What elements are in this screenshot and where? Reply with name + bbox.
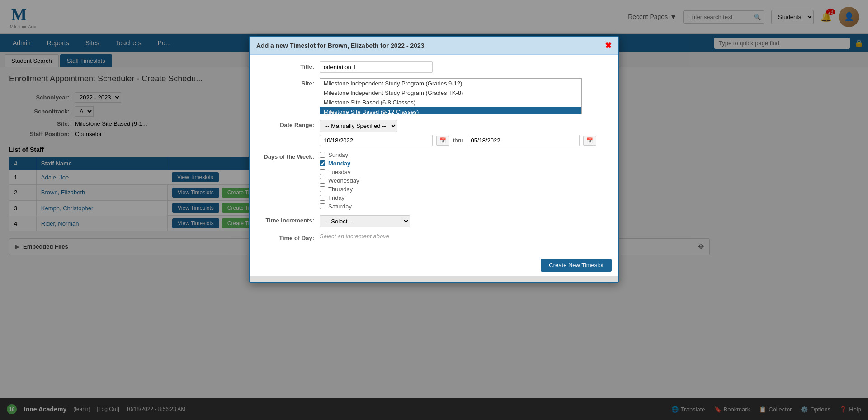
day-sunday[interactable]: Sunday xyxy=(320,151,612,158)
modal-time-increments-row: Time Increments: -- Select -- xyxy=(256,215,612,227)
modal-footer: Create New Timeslot xyxy=(250,254,618,276)
time-increments-label: Time Increments: xyxy=(256,215,320,224)
date-range-control: -- Manually Specified -- 📅 thru 📅 xyxy=(320,120,612,146)
time-increments-control: -- Select -- xyxy=(320,215,612,227)
sunday-checkbox[interactable] xyxy=(320,152,326,158)
site-option-selected[interactable]: Milestone Site Based (9-12 Classes) xyxy=(320,107,581,114)
modal-overlay: Add a new Timeslot for Brown, Elizabeth … xyxy=(0,0,868,420)
modal-time-of-day-row: Time of Day: Select an increment above xyxy=(256,233,612,241)
days-checklist: Sunday Monday Tuesday Wednesday Thursday… xyxy=(320,151,612,210)
site-field-control: Milestone Independent Study Program (Gra… xyxy=(320,78,612,114)
saturday-checkbox[interactable] xyxy=(320,203,326,209)
date-start-input[interactable] xyxy=(320,135,433,146)
time-increments-select[interactable]: -- Select -- xyxy=(320,215,410,227)
modal-site-row: Site: Milestone Independent Study Progra… xyxy=(256,78,612,114)
date-range-select[interactable]: -- Manually Specified -- xyxy=(320,120,397,132)
tuesday-checkbox[interactable] xyxy=(320,169,326,175)
modal-scrollbar[interactable] xyxy=(250,276,618,282)
site-field-label: Site: xyxy=(256,78,320,87)
day-wednesday[interactable]: Wednesday xyxy=(320,177,612,184)
modal-body: Title: Site: Milestone Independent Study… xyxy=(250,55,618,254)
site-option[interactable]: Milestone Independent Study Program (Gra… xyxy=(320,88,581,98)
date-end-input[interactable] xyxy=(467,135,580,146)
modal-date-range-row: Date Range: -- Manually Specified -- 📅 t… xyxy=(256,120,612,146)
date-end-calendar-button[interactable]: 📅 xyxy=(583,136,596,146)
friday-checkbox[interactable] xyxy=(320,195,326,201)
modal-header: Add a new Timeslot for Brown, Elizabeth … xyxy=(250,37,618,55)
site-option[interactable]: Milestone Independent Study Program (Gra… xyxy=(320,79,581,88)
days-field-control: Sunday Monday Tuesday Wednesday Thursday… xyxy=(320,151,612,210)
day-thursday[interactable]: Thursday xyxy=(320,186,612,193)
wednesday-checkbox[interactable] xyxy=(320,178,326,184)
date-start-calendar-button[interactable]: 📅 xyxy=(436,136,449,146)
site-list[interactable]: Milestone Independent Study Program (Gra… xyxy=(320,78,582,114)
modal-title-row: Title: xyxy=(256,61,612,73)
day-tuesday[interactable]: Tuesday xyxy=(320,169,612,175)
thursday-checkbox[interactable] xyxy=(320,186,326,192)
modal-dialog: Add a new Timeslot for Brown, Elizabeth … xyxy=(249,36,619,283)
title-input[interactable] xyxy=(320,61,433,73)
modal-close-button[interactable]: ✖ xyxy=(605,41,612,51)
title-field-label: Title: xyxy=(256,61,320,70)
time-of-day-text: Select an increment above xyxy=(320,233,389,240)
monday-checkbox[interactable] xyxy=(320,160,326,166)
days-field-label: Days of the Week: xyxy=(256,151,320,160)
day-saturday[interactable]: Saturday xyxy=(320,203,612,210)
time-of-day-label: Time of Day: xyxy=(256,233,320,241)
create-timeslot-button[interactable]: Create New Timeslot xyxy=(541,259,612,272)
day-monday[interactable]: Monday xyxy=(320,160,612,167)
site-option[interactable]: Milestone Site Based (6-8 Classes) xyxy=(320,98,581,107)
thru-label: thru xyxy=(453,137,463,144)
modal-days-row: Days of the Week: Sunday Monday Tuesday … xyxy=(256,151,612,210)
title-field-control xyxy=(320,61,612,73)
modal-title: Add a new Timeslot for Brown, Elizabeth … xyxy=(256,42,425,49)
date-range-label: Date Range: xyxy=(256,120,320,128)
time-of-day-control: Select an increment above xyxy=(320,233,612,240)
day-friday[interactable]: Friday xyxy=(320,194,612,201)
